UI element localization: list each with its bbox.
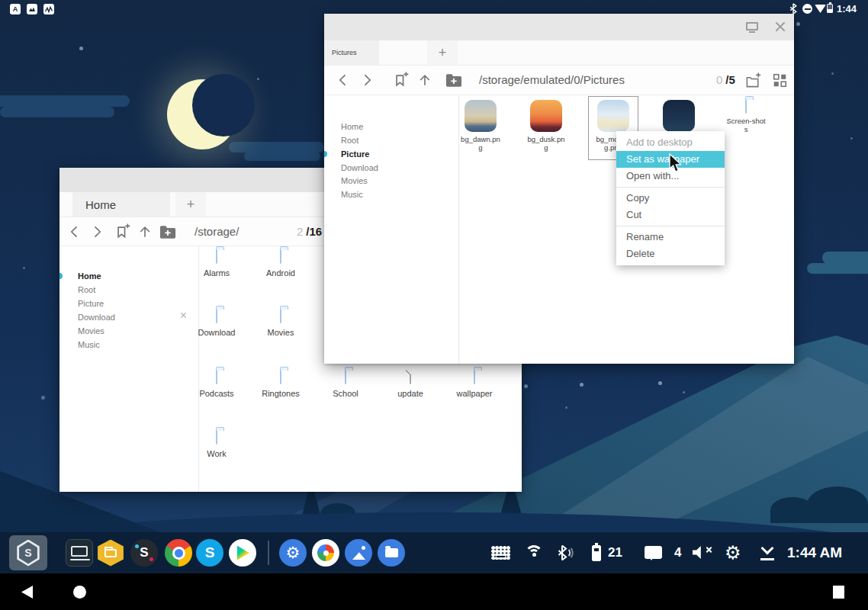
sidebar-item-root[interactable]: Root [78, 285, 95, 294]
arrow-up-icon [137, 224, 153, 239]
battery-tray-icon[interactable] [592, 545, 601, 561]
item-label: Work [185, 449, 249, 459]
sidebar-item-download[interactable]: Download [78, 313, 115, 322]
nav-back-button[interactable] [21, 586, 33, 599]
folder-item[interactable]: Screen-shots [715, 100, 776, 133]
play-store-icon [236, 546, 249, 560]
sidebar-item-movies[interactable]: Movies [78, 326, 104, 336]
path-bar[interactable]: /storage/ [194, 225, 239, 238]
folder-item[interactable]: Podcasts [185, 371, 249, 399]
sidebar-item-movies[interactable]: Movies [341, 176, 368, 185]
item-label: bg_dusk.png [526, 135, 566, 152]
item-label: bg_dawn.png [461, 135, 500, 152]
taskbar-app-file-manager[interactable] [97, 539, 124, 567]
sidebar-item-home[interactable]: Home [78, 271, 101, 281]
stars [0, 0, 2, 2]
up-directory-button[interactable] [417, 72, 432, 88]
new-folder-button[interactable] [445, 73, 462, 87]
taskbar-app-photos[interactable] [312, 539, 339, 567]
volume-muted-icon[interactable] [693, 546, 712, 560]
tab-pictures[interactable]: Pictures [324, 40, 379, 65]
bookmark-plus-icon [114, 223, 131, 240]
file-item[interactable]: bg_dawn.png [450, 100, 511, 152]
sidebar-item-root[interactable]: Root [341, 136, 358, 145]
sidebar-item-music[interactable]: Music [78, 340, 100, 349]
chevron-right-icon [89, 224, 104, 239]
keyboard-tray-icon[interactable] [491, 546, 510, 560]
folder-plus-icon [445, 73, 462, 87]
grid-view-button[interactable] [773, 73, 787, 88]
image-thumbnail [597, 100, 629, 132]
new-window-button[interactable] [744, 72, 761, 89]
menu-item-copy[interactable]: Copy [616, 190, 725, 207]
sidebar-item-picture[interactable]: Picture [341, 149, 369, 159]
file-icon [410, 370, 411, 384]
sidebar-item-home[interactable]: Home [341, 122, 363, 131]
taskbar-app-settings[interactable]: ⚙ [279, 539, 307, 567]
wifi-tray-icon[interactable] [525, 545, 543, 560]
folder-item[interactable]: Android [249, 250, 313, 278]
taskbar-app-slack[interactable]: S [130, 539, 158, 567]
wifi-status-icon[interactable] [815, 5, 826, 13]
add-bookmark-button[interactable] [114, 223, 131, 240]
app-drawer-button[interactable]: S [9, 535, 47, 570]
sidebar-item-picture[interactable]: Picture [78, 299, 104, 308]
sidebar-item-download[interactable]: Download [341, 163, 378, 172]
taskbar-app-play-store[interactable] [229, 539, 256, 567]
arrow-up-icon [417, 72, 432, 88]
bluetooth-tray-icon[interactable] [557, 544, 574, 561]
restore-window-icon[interactable] [746, 22, 758, 30]
folder-item[interactable]: Movies [249, 310, 313, 338]
folder-item[interactable]: School [313, 371, 378, 399]
folder-icon [280, 249, 281, 264]
folder-item[interactable]: wallpaper [442, 371, 506, 399]
folder-icon [216, 430, 217, 445]
up-directory-button[interactable] [137, 224, 153, 239]
bluetooth-status-icon[interactable] [789, 3, 797, 14]
window-titlebar[interactable] [324, 14, 794, 40]
forward-button[interactable] [89, 224, 104, 239]
taskbar-app-skype[interactable]: S [196, 539, 223, 567]
counter-current: 2 [297, 225, 303, 238]
notification-icon-image[interactable] [27, 4, 37, 14]
do-not-disturb-icon[interactable] [802, 4, 812, 14]
folder-item[interactable]: Work [185, 431, 249, 459]
close-window-icon[interactable] [774, 21, 786, 33]
notification-icon-a[interactable]: A [10, 4, 21, 14]
taskbar-app-terminal[interactable] [66, 539, 93, 567]
menu-item-cut[interactable]: Cut [616, 207, 725, 223]
menu-item-add-to-desktop[interactable]: Add to desktop [616, 134, 725, 151]
menu-item-delete[interactable]: Delete [616, 246, 725, 262]
gallery-sun-icon [362, 546, 365, 550]
sidebar-item-music[interactable]: Music [341, 190, 363, 199]
new-tab-button[interactable]: + [427, 40, 458, 65]
notification-icon-activity[interactable] [43, 4, 54, 14]
moon-shadow [192, 74, 255, 136]
grid-view-icon [773, 73, 787, 88]
new-folder-button[interactable] [159, 225, 176, 239]
taskbar-app-files[interactable] [378, 539, 405, 567]
battery-status-icon[interactable] [827, 4, 833, 13]
updates-tray-icon[interactable] [760, 545, 775, 560]
folder-item[interactable]: Download [185, 310, 249, 338]
forward-button[interactable] [359, 72, 375, 88]
file-item[interactable]: update [378, 371, 442, 399]
taskbar-app-chrome[interactable] [165, 539, 192, 567]
nav-home-button[interactable] [73, 586, 86, 599]
folder-item[interactable]: Alarms [185, 250, 249, 278]
back-button[interactable] [336, 72, 351, 88]
path-bar[interactable]: /storage/emulated/0/Pictures [479, 73, 625, 86]
file-item[interactable]: bg_dusk.png [516, 100, 577, 152]
nav-recents-button[interactable] [833, 586, 844, 599]
taskbar-app-gallery[interactable] [345, 539, 372, 567]
menu-item-rename[interactable]: Rename [616, 229, 725, 246]
settings-tray-icon[interactable]: ⚙ [725, 544, 741, 562]
tab-home[interactable]: Home [72, 192, 170, 217]
new-tab-button[interactable]: + [175, 192, 206, 217]
back-button[interactable] [67, 224, 82, 239]
folder-item[interactable]: Ringtones [249, 371, 313, 399]
add-bookmark-button[interactable] [393, 72, 410, 88]
notifications-tray-icon[interactable] [645, 546, 662, 559]
bookmark-plus-icon [393, 72, 410, 88]
folder-icon [280, 370, 281, 384]
